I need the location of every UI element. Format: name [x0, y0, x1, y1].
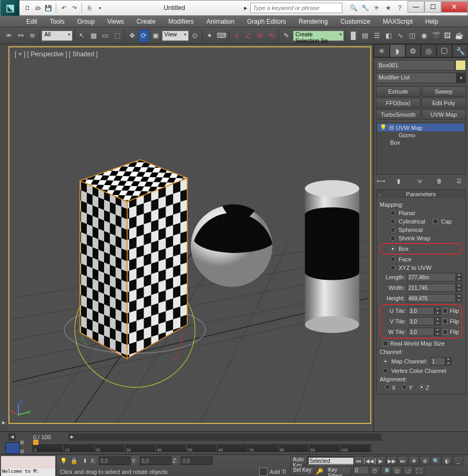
modify-tab-icon[interactable]: ◗ — [390, 44, 405, 57]
close-button[interactable]: ✕ — [441, 1, 467, 13]
mapping-spherical[interactable]: Spherical — [380, 226, 462, 234]
maximize-button[interactable]: ☐ — [424, 1, 441, 13]
object-color-swatch[interactable] — [455, 60, 466, 70]
create-tab-icon[interactable]: ✳ — [374, 44, 390, 57]
edit-selset-icon[interactable]: ✎ — [281, 29, 292, 42]
nav-zoomall-icon[interactable]: ⊡ — [392, 466, 402, 475]
mapping-xyztouvw[interactable]: XYZ to UVW — [380, 264, 462, 272]
angle-snap-icon[interactable]: ∠ — [242, 29, 253, 42]
script-listener[interactable]: Welcome to M: — [0, 455, 57, 476]
expand-panel-icon[interactable]: ▶ — [0, 419, 7, 426]
align-y[interactable]: Y — [402, 384, 412, 391]
current-frame-input[interactable] — [353, 466, 369, 474]
stack-item-gizmo[interactable]: Gizmo — [378, 131, 464, 139]
move-icon[interactable]: ✥ — [126, 29, 137, 42]
prev-frame-icon[interactable]: ◀◀ — [364, 456, 375, 465]
graphite-icon[interactable]: ◧ — [383, 29, 394, 42]
timeline-track[interactable] — [76, 433, 382, 441]
undo-icon[interactable]: ↶ — [59, 3, 68, 13]
search-icon[interactable]: 🔍 — [349, 3, 358, 13]
dropdown-icon[interactable]: ▼ — [95, 3, 105, 13]
selection-filter-dropdown[interactable]: All — [42, 31, 73, 41]
next-frame-icon[interactable]: ▶▶ — [386, 456, 397, 465]
keyboard-icon[interactable]: ⌨ — [216, 29, 227, 42]
link-icon[interactable]: ⎘ — [85, 3, 94, 13]
utile-input[interactable] — [408, 307, 434, 315]
auto-key-button[interactable]: Auto Key — [290, 456, 307, 465]
vtile-input[interactable] — [408, 317, 434, 326]
goto-end-icon[interactable]: ⏭ — [398, 456, 408, 465]
menu-group[interactable]: Group — [77, 18, 95, 25]
search-input[interactable] — [250, 3, 342, 13]
menu-animation[interactable]: Animation — [207, 18, 235, 25]
x-coord-input[interactable] — [99, 457, 130, 465]
help-icon[interactable]: ? — [395, 3, 404, 13]
map-channel-row[interactable]: Map Channel:▲▼ — [380, 356, 462, 367]
modifier-stack[interactable]: 💡⊟UVW Map Gizmo Box — [376, 122, 466, 175]
nav-orbit-icon[interactable]: ⭯ — [403, 466, 413, 475]
chevron-down-icon[interactable]: ▼ — [456, 73, 466, 83]
scale-icon[interactable]: ▣ — [150, 29, 161, 42]
nav-zoom-icon[interactable]: 🔎 — [381, 466, 391, 475]
infocenter-toggle-icon[interactable]: ▶ — [241, 3, 250, 13]
width-input[interactable] — [407, 283, 456, 292]
nav-dolly-icon[interactable]: 🔍 — [431, 456, 441, 465]
configure-icon[interactable]: ☰ — [456, 178, 465, 186]
link-icon[interactable]: ⚮ — [3, 29, 14, 42]
key-filters-button[interactable]: Key Filters... — [325, 467, 351, 476]
select-region-icon[interactable]: ▭ — [100, 29, 111, 42]
viewport[interactable]: [ + ] [ Perspective ] [ Shaded ] — [8, 46, 371, 424]
modifier-extrude-button[interactable]: Extrude — [376, 86, 421, 97]
render-icon[interactable]: ☕ — [454, 29, 465, 42]
menu-create[interactable]: Create — [137, 18, 156, 25]
render-setup-icon[interactable]: 🎬 — [430, 29, 441, 42]
new-icon[interactable]: 🗋 — [23, 3, 32, 13]
modifier-turbosmooth-button[interactable]: TurboSmooth — [376, 109, 421, 120]
scroll-left-icon[interactable]: ◀ — [8, 433, 16, 441]
spinner-snap-icon[interactable]: ⟲ — [266, 29, 277, 42]
stack-item-box[interactable]: Box — [378, 139, 464, 146]
spinner-down-icon[interactable]: ▼ — [456, 277, 462, 281]
utilities-tab-icon[interactable]: 🔧 — [452, 44, 468, 57]
menu-rendering[interactable]: Rendering — [299, 18, 328, 25]
object-name-input[interactable] — [376, 60, 454, 70]
vertex-color-channel-row[interactable]: Vertex Color Channel — [380, 367, 462, 375]
layers-icon[interactable]: ☰ — [371, 29, 382, 42]
key-icon[interactable]: 🔧 — [360, 3, 370, 13]
snap-icon[interactable]: 3 — [231, 29, 242, 42]
menu-modifiers[interactable]: Modifiers — [168, 18, 194, 25]
refcoord-dropdown[interactable]: View — [162, 31, 189, 41]
menu-edit[interactable]: Edit — [26, 18, 37, 25]
align-x[interactable]: X — [385, 384, 395, 391]
spinner-up-icon[interactable]: ▲ — [456, 273, 462, 277]
add-time-label[interactable]: Add Ti — [270, 469, 286, 475]
time-config-icon[interactable]: ⏱ — [370, 466, 380, 475]
pin-icon[interactable]: ⟼ — [377, 178, 385, 186]
nav-max-icon[interactable]: ⛶ — [414, 466, 424, 475]
wflip-check[interactable] — [443, 329, 447, 335]
ruler-track[interactable]: 0 10 20 30 40 50 60 70 80 90 100 — [33, 444, 371, 452]
selection-set-dropdown[interactable]: Create Selection Se — [293, 31, 344, 41]
window-crossing-icon[interactable]: ⬚ — [111, 29, 123, 42]
save-icon[interactable]: 💾 — [44, 3, 53, 13]
show-end-icon[interactable]: ▮ — [397, 178, 405, 186]
lightbulb-icon[interactable]: 💡 — [380, 124, 387, 131]
menu-graph-editors[interactable]: Graph Editors — [247, 18, 286, 25]
bind-icon[interactable]: ≋ — [27, 29, 38, 42]
grid-icon[interactable] — [259, 468, 268, 476]
z-coord-input[interactable] — [181, 457, 212, 465]
rotate-icon[interactable]: ⟳ — [138, 29, 149, 42]
key-icon[interactable]: 🔑 — [315, 467, 324, 476]
select-icon[interactable]: ↖ — [76, 29, 87, 42]
modifier-editpoly-button[interactable]: Edit Poly — [422, 98, 466, 108]
mapping-face[interactable]: Face — [380, 255, 462, 264]
unlink-icon[interactable]: ⚯ — [15, 29, 26, 42]
display-tab-icon[interactable]: 🖵 — [436, 44, 452, 57]
rollout-header[interactable]: -Parameters — [377, 190, 465, 198]
pivot-icon[interactable]: ⊙ — [189, 29, 200, 42]
select-name-icon[interactable]: ▦ — [88, 29, 99, 42]
mirror-icon[interactable]: ▐▌ — [348, 29, 359, 42]
hierarchy-tab-icon[interactable]: ⚙ — [405, 44, 421, 57]
menu-tools[interactable]: Tools — [50, 18, 65, 25]
map-channel-input[interactable] — [431, 357, 445, 366]
